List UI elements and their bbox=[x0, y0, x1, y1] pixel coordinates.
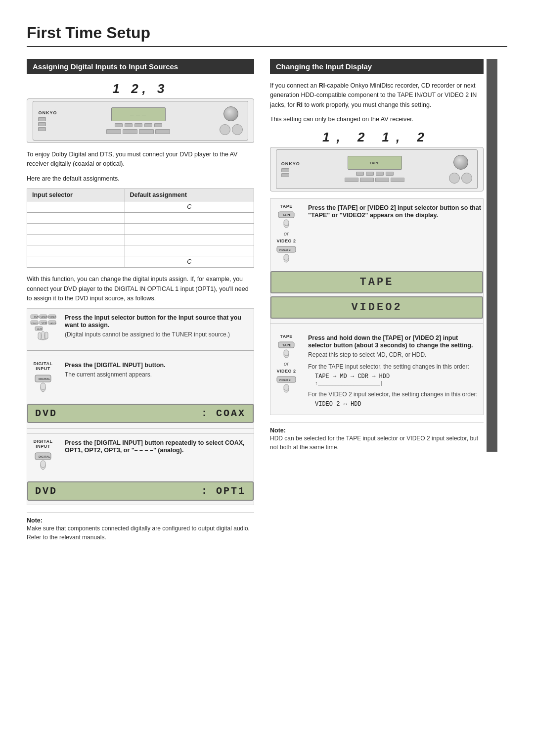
right-device-left-buttons bbox=[281, 168, 289, 177]
left-para3: With this function, you can change the d… bbox=[27, 275, 254, 303]
table-row bbox=[27, 213, 254, 224]
instr-step-2: DIGITALINPUT DIGITAL Press the [DIGITAL … bbox=[27, 356, 254, 400]
right-bottom-btn-1 bbox=[345, 178, 358, 182]
button-grid-icon: DVD VIDEO1 VIDEO2 VIDEO3 VCR SAT/CBL AUX bbox=[30, 314, 56, 340]
table-cell-selector-4 bbox=[27, 235, 125, 245]
instr-divider-1 bbox=[27, 350, 254, 351]
svg-text:VIDEO 2: VIDEO 2 bbox=[279, 248, 291, 251]
right-device-display: TAPE bbox=[348, 156, 402, 170]
flow2-text: VIDEO 2 ↔ HDD bbox=[315, 401, 361, 408]
tape-flow: TAPE → MD → CDR → HDD ↑_________________… bbox=[315, 373, 483, 387]
instr2-para: The current assignment appears. bbox=[65, 370, 254, 379]
table-row bbox=[27, 245, 254, 256]
table-cell-assign-5 bbox=[125, 245, 254, 256]
instr3-text: Press the [DIGITAL INPUT] button repeate… bbox=[65, 439, 254, 472]
right-para1: If you connect an RI-capable Onkyo MiniD… bbox=[270, 81, 484, 110]
right-mid-btn-4 bbox=[386, 172, 394, 176]
table-cell-selector-5 bbox=[27, 245, 125, 256]
svg-text:SAT/CBL: SAT/CBL bbox=[49, 322, 56, 325]
instr3-icon: DIGITALINPUT DIGITAL bbox=[27, 439, 59, 472]
left-note-title: Note: bbox=[27, 517, 43, 524]
right-device-right bbox=[449, 155, 472, 184]
device-main-knob bbox=[223, 106, 238, 121]
svg-rect-21 bbox=[41, 383, 45, 390]
table-cell-selector-1 bbox=[27, 201, 125, 213]
left-note-text: Make sure that components connected digi… bbox=[27, 524, 254, 542]
tape-lcd-display: TAPE bbox=[270, 271, 483, 293]
svg-text:AUX: AUX bbox=[37, 328, 43, 331]
svg-rect-37 bbox=[284, 350, 289, 356]
device-bottom-btn-4 bbox=[155, 129, 170, 134]
device-mid-btn-4 bbox=[144, 123, 152, 127]
table-cell-selector-3 bbox=[27, 224, 125, 235]
svg-text:VIDEO2: VIDEO2 bbox=[49, 316, 56, 319]
svg-text:TAPE: TAPE bbox=[282, 343, 291, 347]
right-right-btn-1 bbox=[449, 173, 460, 184]
device-btn-1 bbox=[38, 117, 46, 121]
hand-press-icon-2: DIGITAL bbox=[32, 451, 54, 472]
right-instr-step-1: TAPE TAPE or VIDEO 2 VIDEO bbox=[270, 199, 483, 268]
table-row bbox=[27, 224, 254, 235]
video2-lcd-display: VIDEO2 bbox=[270, 296, 483, 319]
digital-input-label-1: DIGITALINPUT bbox=[34, 361, 53, 371]
right-note-title: Note: bbox=[270, 427, 286, 434]
table-col1-header: Input selector bbox=[27, 189, 125, 201]
right-device-right-buttons bbox=[449, 173, 472, 184]
table-cell-selector-6 bbox=[27, 256, 125, 268]
svg-rect-15 bbox=[38, 332, 41, 339]
assignment-table: Input selector Default assignment C bbox=[27, 189, 254, 268]
table-cell-assign-6: C bbox=[125, 256, 254, 268]
svg-rect-25 bbox=[41, 461, 45, 468]
left-section-header: Assigning Digital Inputs to Input Source… bbox=[27, 59, 254, 74]
table-cell-assign-3 bbox=[125, 224, 254, 235]
video2-flow: VIDEO 2 ↔ HDD bbox=[315, 401, 483, 408]
right-instr1-bold: Press the [TAPE] or [VIDEO 2] input sele… bbox=[308, 204, 481, 219]
lcd-display-1: DVD : COAX bbox=[27, 404, 254, 423]
table-cell-selector-2 bbox=[27, 213, 125, 224]
table-cell-assign-4 bbox=[125, 235, 254, 245]
right-divider bbox=[270, 324, 483, 324]
svg-text:DIGITAL: DIGITAL bbox=[39, 378, 50, 380]
lcd-display-2: DVD : OPT1 bbox=[27, 481, 254, 501]
right-mid-btn-2 bbox=[366, 172, 374, 176]
instr-step-1: DVD VIDEO1 VIDEO2 VIDEO3 VCR SAT/CBL AUX bbox=[27, 309, 254, 345]
right-device-mid-buttons bbox=[356, 172, 394, 176]
device-bottom-btn-1 bbox=[106, 129, 121, 134]
tape-hand-icon-2: TAPE bbox=[275, 341, 297, 359]
instr-divider-2 bbox=[27, 428, 254, 428]
right-instr1-icon: TAPE TAPE or VIDEO 2 VIDEO bbox=[270, 204, 302, 263]
right-mid-btn-1 bbox=[356, 172, 364, 176]
instr2-bold: Press the [DIGITAL INPUT] button. bbox=[65, 362, 166, 369]
device-right-btn-2 bbox=[232, 124, 243, 135]
right-instr1-text: Press the [TAPE] or [VIDEO 2] input sele… bbox=[308, 204, 483, 263]
svg-text:VCR: VCR bbox=[42, 322, 47, 325]
device-btn-3 bbox=[38, 127, 46, 131]
device-right-btn-1 bbox=[220, 124, 230, 135]
right-device-btn-2 bbox=[281, 173, 289, 177]
right-instruction-box: TAPE TAPE or VIDEO 2 VIDEO bbox=[270, 198, 484, 415]
instr1-text: Press the input selector button for the … bbox=[65, 314, 254, 340]
table-cell-assign-1: C bbox=[125, 201, 254, 213]
right-device-illustration: ONKYO TAPE bbox=[270, 147, 484, 191]
flow1-arrow: ↑_____________________| bbox=[315, 381, 383, 386]
instr3-bold: Press the [DIGITAL INPUT] button repeate… bbox=[65, 439, 244, 454]
device-body: ONKYO — — — bbox=[33, 101, 248, 141]
video2-label-2: VIDEO 2 bbox=[276, 369, 296, 374]
right-instr-step-2: TAPE TAPE or VIDEO 2 VIDEO bbox=[270, 329, 483, 415]
left-step-numbers: 1 2, 3 bbox=[27, 81, 254, 96]
main-layout: Assigning Digital Inputs to Input Source… bbox=[27, 59, 507, 542]
right-device-bottom-btns bbox=[345, 178, 404, 182]
right-device-center: TAPE bbox=[345, 156, 404, 182]
right-display-text: TAPE bbox=[369, 161, 379, 165]
right-instr2-text3: For the VIDEO 2 input selector, the sett… bbox=[308, 390, 483, 399]
left-device-illustration: ONKYO — — — bbox=[27, 98, 254, 143]
page-container: First Time Setup Assigning Digital Input… bbox=[0, 0, 534, 756]
svg-text:DVD: DVD bbox=[34, 316, 40, 319]
tape-hand-icon-1: TAPE bbox=[275, 211, 297, 229]
device-brand: ONKYO bbox=[38, 110, 57, 115]
right-instr2-text1: Repeat this step to select MD, CDR, or H… bbox=[308, 350, 483, 359]
flow1-text: TAPE → MD → CDR → HDD bbox=[315, 373, 390, 380]
right-column: Changing the Input Display If you connec… bbox=[270, 59, 497, 452]
svg-text:TAPE: TAPE bbox=[282, 213, 291, 217]
right-step-numbers: 1, 2 1, 2 bbox=[270, 130, 484, 145]
